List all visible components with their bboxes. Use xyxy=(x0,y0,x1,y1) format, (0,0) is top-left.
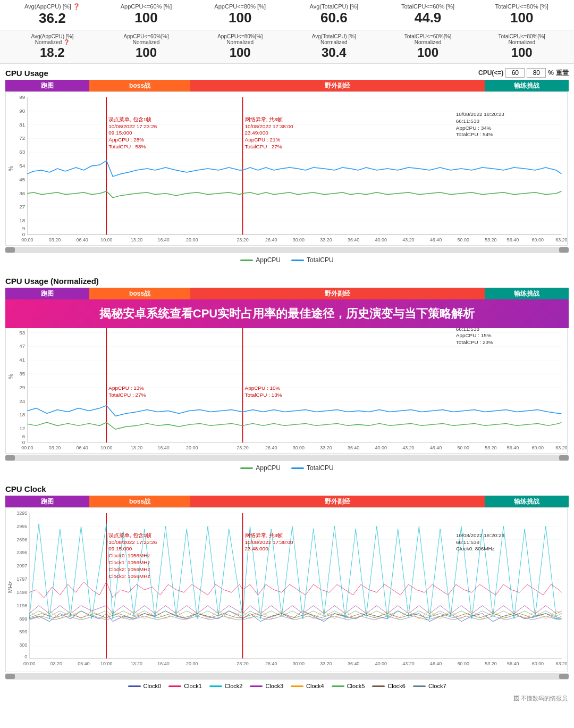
legend-clock6: Clock6 xyxy=(372,683,406,689)
zone-wild: 野外副经 xyxy=(190,80,485,91)
cpu-norm-legend: AppCPU TotalCPU xyxy=(0,462,574,475)
svg-text:6: 6 xyxy=(22,433,26,439)
metric-norm-totalcpu-80: TotalCPU<=80%[%]Normalized 100 xyxy=(475,34,569,60)
metric-norm-totalcpu-80-label: TotalCPU<=80%[%]Normalized xyxy=(475,34,569,45)
svg-text:53:20: 53:20 xyxy=(485,237,496,242)
cpu-norm-scrollbar-thumb-right[interactable] xyxy=(559,455,569,461)
svg-text:00:00: 00:00 xyxy=(21,237,33,242)
svg-text:误点菜单, 包含1帧: 误点菜单, 包含1帧 xyxy=(108,532,151,538)
legend-clock2: Clock2 xyxy=(209,683,243,689)
svg-text:06:40: 06:40 xyxy=(77,237,88,242)
cpu-norm-scrollbar[interactable] xyxy=(5,455,569,461)
cpu-usage-scrollbar[interactable] xyxy=(5,247,569,253)
svg-text:53:20: 53:20 xyxy=(485,661,496,666)
legend-clock6-dot xyxy=(372,685,385,687)
cpu-usage-scrollbar-thumb-left[interactable] xyxy=(5,247,15,253)
legend-clock7: Clock7 xyxy=(413,683,446,689)
cpu-clock-header: CPU Clock xyxy=(0,480,574,496)
metric-appcpu-60: AppCPU<=60% [%] 100 xyxy=(99,3,193,27)
cpu-clock-scrollbar-thumb-left[interactable] xyxy=(5,674,15,679)
cpu-clock-scrollbar-thumb-right[interactable] xyxy=(559,674,569,679)
metric-appcpu-60-value: 100 xyxy=(99,10,193,26)
svg-text:43:20: 43:20 xyxy=(402,661,414,666)
banner-overlay: 揭秘安卓系统查看CPU实时占用率的最佳途径，历史演变与当下策略解析 xyxy=(5,299,569,328)
svg-text:66:11:538: 66:11:538 xyxy=(456,118,480,124)
svg-text:50:00: 50:00 xyxy=(458,661,469,666)
zone-paomap: 跑图 xyxy=(5,80,89,91)
cpu-val2-input[interactable] xyxy=(527,68,546,78)
svg-text:36:40: 36:40 xyxy=(348,237,359,242)
svg-text:AppCPU : 28%: AppCPU : 28% xyxy=(108,137,144,143)
svg-text:Clock1: 1056MHz: Clock1: 1056MHz xyxy=(108,559,150,565)
svg-text:9: 9 xyxy=(22,225,26,231)
svg-text:09:15:000: 09:15:000 xyxy=(108,130,132,136)
svg-text:10/08/2022 17:38:00: 10/08/2022 17:38:00 xyxy=(245,539,294,545)
svg-text:53:20: 53:20 xyxy=(485,445,496,450)
legend-clock3: Clock3 xyxy=(250,683,283,689)
svg-text:899: 899 xyxy=(19,616,27,622)
watermark-icon: 🖼 xyxy=(513,695,519,701)
svg-text:45: 45 xyxy=(19,177,26,182)
cpu-usage-scrollbar-thumb-right[interactable] xyxy=(559,247,569,253)
metric-totalcpu-60-value: 44.9 xyxy=(381,10,475,26)
svg-text:50:00: 50:00 xyxy=(458,445,469,450)
cpu-norm-scrollbar-thumb-left[interactable] xyxy=(5,455,15,461)
legend-clock5: Clock5 xyxy=(332,683,365,689)
metric-avg-totalcpu: Avg(TotalCPU) [%] 60.6 xyxy=(287,3,381,27)
svg-text:TotalCPU : 13%: TotalCPU : 13% xyxy=(245,392,282,398)
metric-norm-totalcpu-60-label: TotalCPU<=60%[%]Normalized xyxy=(381,34,475,45)
svg-text:56:40: 56:40 xyxy=(507,237,519,242)
cpu-usage-section: CPU Usage CPU(<=) % 重置 跑图 boss战 野外副经 输练挑… xyxy=(0,64,574,267)
legend-appcpu: AppCPU xyxy=(240,256,281,264)
cpu-usage-title: CPU Usage xyxy=(5,69,48,78)
legend-appcpu-label: AppCPU xyxy=(256,256,281,264)
svg-text:00:00: 00:00 xyxy=(21,445,33,450)
legend-norm-appcpu: AppCPU xyxy=(240,464,281,472)
svg-text:10:00: 10:00 xyxy=(100,445,112,450)
svg-text:60:00: 60:00 xyxy=(532,237,544,242)
svg-text:10/08/2022 18:20:23: 10/08/2022 18:20:23 xyxy=(456,111,505,117)
svg-text:10/08/2022 18:20:23: 10/08/2022 18:20:23 xyxy=(456,532,505,538)
cpu-clock-chart-wrap: 3295 2995 2696 2396 2097 1797 1498 1198 … xyxy=(5,507,569,672)
metric-norm-avg-totalcpu-label: Avg(TotalCPU) [%]Normalized xyxy=(287,34,381,45)
svg-text:Clock2: 1056MHz: Clock2: 1056MHz xyxy=(108,566,150,572)
legend-clock2-dot xyxy=(209,685,222,687)
metrics-row-1: Avg(AppCPU) [%] ❓ 36.2 AppCPU<=60% [%] 1… xyxy=(0,0,574,30)
cpu-val1-input[interactable] xyxy=(505,68,525,78)
svg-text:46:40: 46:40 xyxy=(430,237,442,242)
metric-norm-appcpu-80: AppCPU<=80%[%]Normalized 100 xyxy=(193,34,287,60)
zone-challenge: 输练挑战 xyxy=(485,80,569,91)
svg-text:56:40: 56:40 xyxy=(507,661,519,666)
svg-text:300: 300 xyxy=(19,642,27,648)
svg-text:0: 0 xyxy=(24,654,27,659)
zone-clock-paomap: 跑图 xyxy=(5,496,89,507)
cpu-reset-button[interactable]: 重置 xyxy=(556,69,569,78)
metric-appcpu-60-label: AppCPU<=60% [%] xyxy=(99,3,193,10)
svg-text:2097: 2097 xyxy=(16,563,27,568)
svg-text:60:00: 60:00 xyxy=(532,661,544,666)
legend-clock0: Clock0 xyxy=(128,683,162,689)
svg-text:36: 36 xyxy=(19,190,26,196)
zone-norm-wild: 野外副经 xyxy=(190,288,485,299)
svg-text:误点菜单, 包含1帧: 误点菜单, 包含1帧 xyxy=(108,116,151,122)
svg-text:40:00: 40:00 xyxy=(375,445,387,450)
svg-text:03:20: 03:20 xyxy=(49,445,61,450)
legend-totalcpu: TotalCPU xyxy=(291,256,334,264)
metric-norm-appcpu-80-value: 100 xyxy=(193,45,287,60)
metric-totalcpu-60: TotalCPU<=60% [%] 44.9 xyxy=(381,3,475,27)
svg-text:TotalCPU : 54%: TotalCPU : 54% xyxy=(456,131,493,137)
legend-norm-totalcpu-label: TotalCPU xyxy=(307,464,334,472)
metric-avg-totalcpu-label: Avg(TotalCPU) [%] xyxy=(287,3,381,10)
svg-text:63:20: 63:20 xyxy=(555,237,567,242)
cpu-clock-scrollbar[interactable] xyxy=(5,673,569,680)
svg-text:63: 63 xyxy=(19,149,26,155)
metric-norm-appcpu-80-label: AppCPU<=80%[%]Normalized xyxy=(193,34,287,45)
legend-norm-appcpu-dot xyxy=(240,467,253,469)
svg-text:AppCPU : 15%: AppCPU : 15% xyxy=(456,333,492,339)
svg-text:09:15:000: 09:15:000 xyxy=(108,546,132,551)
svg-text:24: 24 xyxy=(19,398,26,404)
metric-norm-avg-totalcpu: Avg(TotalCPU) [%]Normalized 30.4 xyxy=(287,34,381,60)
svg-text:13:20: 13:20 xyxy=(131,445,142,450)
svg-text:90: 90 xyxy=(19,108,26,114)
svg-text:1797: 1797 xyxy=(16,576,27,582)
